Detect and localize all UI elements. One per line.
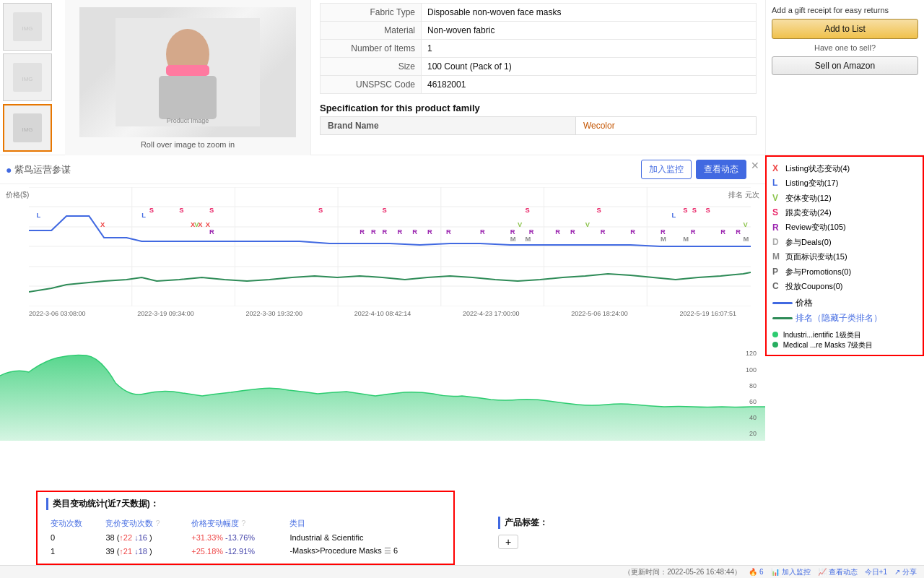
svg-text:L: L [36, 212, 40, 219]
fire-action[interactable]: 🔥 6 [749, 568, 764, 576]
svg-text:R: R [529, 228, 534, 236]
svg-text:IMG: IMG [22, 126, 32, 133]
svg-text:S: S [596, 207, 601, 214]
add-to-list-button[interactable]: Add to List [772, 19, 918, 39]
spec-table: Brand Name Wecolor [320, 116, 757, 135]
price-change-1: +25.18% -12.91% [187, 544, 285, 558]
svg-text:S: S [526, 207, 530, 214]
svg-text:R: R [570, 228, 575, 236]
rank-line-indicator [772, 317, 793, 319]
col-bid-changes: 竞价变动次数 ? [101, 516, 187, 531]
footer-bar: （更新时间：2022-05-26 16:48:44） 🔥 6 📊 加入监控 📈 … [0, 565, 924, 578]
product-tags-section: 产品标签： + [498, 517, 758, 549]
legend-letter: X [772, 161, 783, 176]
dynamic-button[interactable]: 查看动态 [696, 160, 746, 179]
material-label: Material [321, 22, 422, 40]
rank-axis-label: 排名 元次 [728, 190, 759, 200]
chart-logo-icon: ● [6, 164, 12, 176]
price-line-indicator [772, 302, 793, 304]
bottom-chart: 120 100 80 60 40 20 [0, 347, 765, 452]
legend-letter: P [772, 264, 783, 279]
svg-text:V: V [518, 221, 523, 228]
product-detail-table: Fabric Type Disposable non-woven face ma… [320, 3, 757, 94]
today-action[interactable]: 今日+1 [865, 567, 887, 577]
cat1-label: Industri...ientific 1级类目 [783, 331, 861, 339]
svg-text:L: L [672, 212, 676, 219]
chart-section: ● 紫鸟运营参谋 加入监控 查看动态 ✕ 价格($) 排名 元次 [0, 155, 765, 318]
price-change-0: +31.33% -13.76% [187, 531, 285, 544]
svg-text:V: V [194, 221, 199, 228]
stats-row-1: 1 39 (↑21 ↓18 ) +25.18% -12.91% -Masks>P… [46, 544, 445, 558]
svg-text:IMG: IMG [22, 25, 32, 32]
changes-1: 1 [46, 544, 101, 558]
svg-text:S: S [149, 207, 154, 214]
svg-text:M: M [744, 236, 749, 243]
dynamic-action[interactable]: 📈 查看动态 [818, 567, 858, 577]
tags-title: 产品标签： [498, 517, 758, 529]
thumbnail-2[interactable]: IMG [3, 53, 52, 101]
monitor-action[interactable]: 📊 加入监控 [771, 567, 811, 577]
monitor-button[interactable]: 加入监控 [641, 160, 692, 179]
x-date-3: 2022-3-30 19:32:00 [245, 310, 302, 317]
category-legend: Industri...ientific 1级类目 Medical ...re M… [772, 330, 917, 350]
svg-text:Product Image: Product Image [167, 117, 209, 124]
thumbnail-1[interactable]: IMG [3, 3, 52, 51]
legend-panel: XListing状态变动(4)LListing变动(17)V变体变动(12)S跟… [765, 155, 924, 356]
svg-rect-9 [159, 76, 217, 119]
svg-text:V: V [744, 221, 749, 228]
legend-item-label: 页面标识变动(15) [785, 250, 847, 264]
close-icon[interactable]: ✕ [751, 160, 759, 179]
stats-row-0: 0 38 (↑22 ↓16 ) +31.33% -13.76% Industri… [46, 531, 445, 544]
zoom-label: Roll over image to zoom in [141, 140, 235, 149]
update-time: （更新时间：2022-05-26 16:48:44） [624, 567, 741, 577]
legend-item-label: Review变动(105) [785, 220, 846, 234]
x-axis-labels: 2022-3-06 03:08:00 2022-3-19 09:34:00 20… [0, 309, 765, 319]
thumbnail-3[interactable]: IMG [3, 104, 52, 152]
monitor-icon: 📊 [771, 568, 780, 576]
stats-box: 类目变动统计(近7天数据)： 变动次数 竞价变动次数 ? 价格变动幅度 ? 类目… [36, 491, 455, 565]
share-action[interactable]: ↗ 分享 [894, 567, 917, 577]
legend-item-label: Listing状态变动(4) [785, 162, 850, 176]
svg-text:L: L [141, 212, 146, 219]
spec-brand-header: Brand Name [321, 117, 576, 135]
legend-item-s: S跟卖变动(24) [772, 205, 917, 220]
stats-title: 类目变动统计(近7天数据)： [46, 498, 445, 510]
sell-on-amazon-button[interactable]: Sell on Amazon [772, 56, 918, 75]
size-value: 100 Count (Pack of 1) [422, 58, 757, 76]
spec-title: Specification for this product family [320, 100, 757, 116]
legend-letter: S [772, 205, 783, 220]
legend-item-r: RReview变动(105) [772, 220, 917, 235]
svg-text:S: S [209, 207, 214, 214]
svg-text:R: R [397, 228, 402, 236]
svg-text:R: R [371, 228, 376, 236]
legend-item-x: XListing状态变动(4) [772, 161, 917, 176]
cat1-legend: Industri...ientific 1级类目 [772, 330, 917, 340]
svg-text:R: R [412, 228, 417, 236]
category-1: -Masks>Procedure Masks ☰ 6 [285, 544, 445, 558]
bottom-chart-svg: 120 100 80 60 40 20 [0, 347, 765, 441]
legend-item-label: 参与Promotions(0) [785, 265, 851, 279]
fire-count: 6 [759, 568, 764, 576]
dynamic-icon: 📈 [818, 568, 827, 576]
svg-text:M: M [510, 236, 516, 243]
svg-text:M: M [683, 236, 689, 243]
rank-legend-label: 排名（隐藏子类排名） [796, 312, 882, 324]
material-value: Non-woven fabric [422, 22, 757, 40]
fabric-type-value: Disposable non-woven face masks [422, 4, 757, 22]
svg-text:X: X [206, 221, 211, 228]
right-panel: Add a gift receipt for easy returns Add … [765, 0, 924, 155]
col-price-change: 价格变动幅度 ? [187, 516, 285, 531]
unspsc-value: 46182001 [422, 76, 757, 94]
cat2-label: Medical ...re Masks 7级类目 [783, 341, 873, 349]
bid-changes-0: 38 (↑22 ↓16 ) [101, 531, 187, 544]
col-changes: 变动次数 [46, 516, 101, 531]
svg-text:R: R [209, 228, 214, 236]
svg-text:R: R [630, 228, 635, 236]
add-tag-button[interactable]: + [498, 535, 518, 549]
svg-text:40: 40 [749, 414, 757, 421]
svg-rect-8 [166, 65, 209, 76]
legend-letter: M [772, 249, 783, 264]
svg-text:R: R [661, 228, 666, 236]
legend-item-l: LListing变动(17) [772, 176, 917, 190]
cat1-dot [772, 332, 778, 337]
